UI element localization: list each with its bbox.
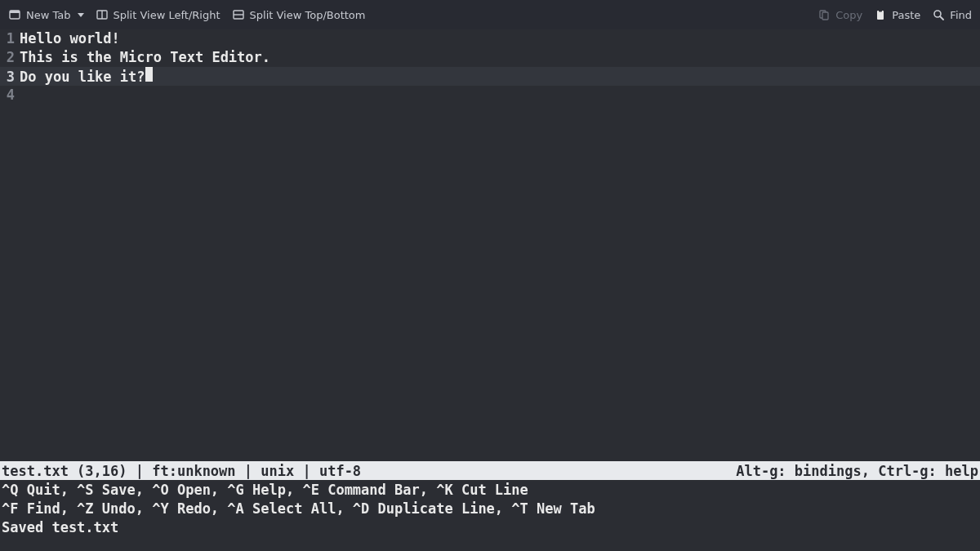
bottom-padding (0, 536, 980, 551)
new-tab-label: New Tab (26, 9, 71, 21)
help-text-2: ^F Find, ^Z Undo, ^Y Redo, ^A Select All… (2, 500, 595, 517)
paste-label: Paste (892, 9, 920, 21)
copy-button[interactable]: Copy (817, 8, 862, 21)
line-text: This is the Micro Text Editor. (16, 48, 270, 67)
split-tb-label: Split View Top/Bottom (250, 9, 366, 21)
text-cursor (145, 67, 153, 82)
new-tab-icon (8, 8, 21, 21)
status-bar: test.txt (3,16) | ft:unknown | unix | ut… (0, 461, 980, 480)
status-left: test.txt (3,16) | ft:unknown | unix | ut… (2, 463, 361, 479)
svg-rect-7 (822, 12, 828, 20)
line-number: 4 (0, 86, 16, 104)
svg-rect-1 (10, 11, 20, 13)
editor-line[interactable]: 1Hello world! (0, 29, 980, 48)
line-text: Do you like it? (16, 68, 145, 87)
copy-icon (817, 8, 831, 21)
paste-button[interactable]: Paste (874, 8, 920, 21)
message-bar: Saved test.txt (0, 518, 980, 536)
line-number: 2 (0, 48, 16, 67)
split-vertical-icon (96, 8, 109, 21)
split-top-bottom-button[interactable]: Split View Top/Bottom (232, 8, 366, 21)
paste-icon (874, 8, 887, 21)
help-bar-line-1: ^Q Quit, ^S Save, ^O Open, ^G Help, ^E C… (0, 480, 980, 499)
status-right: Alt-g: bindings, Ctrl-g: help (736, 463, 978, 479)
line-number: 3 (0, 68, 16, 87)
line-number: 1 (0, 29, 16, 48)
help-text-1: ^Q Quit, ^S Save, ^O Open, ^G Help, ^E C… (2, 482, 528, 498)
find-button[interactable]: Find (932, 8, 972, 21)
find-label: Find (950, 9, 972, 21)
editor-line[interactable]: 3Do you like it? (0, 67, 980, 86)
svg-rect-9 (879, 10, 882, 12)
new-tab-button[interactable]: New Tab (8, 8, 84, 21)
copy-label: Copy (835, 9, 862, 21)
new-tab-dropdown-caret-icon[interactable] (78, 13, 84, 17)
terminal-toolbar: New Tab Split View Left/Right Split View… (0, 0, 980, 29)
editor-area[interactable]: 1Hello world!2This is the Micro Text Edi… (0, 29, 980, 461)
help-bar-line-2: ^F Find, ^Z Undo, ^Y Redo, ^A Select All… (0, 499, 980, 518)
split-horizontal-icon (232, 8, 245, 21)
editor-line[interactable]: 2This is the Micro Text Editor. (0, 48, 980, 67)
svg-line-11 (940, 16, 943, 20)
message-text: Saved test.txt (2, 519, 118, 535)
search-icon (932, 8, 945, 21)
svg-rect-8 (877, 11, 884, 20)
split-left-right-button[interactable]: Split View Left/Right (96, 8, 220, 21)
line-text: Hello world! (16, 29, 120, 48)
split-lr-label: Split View Left/Right (114, 9, 220, 21)
editor-line[interactable]: 4 (0, 86, 980, 104)
